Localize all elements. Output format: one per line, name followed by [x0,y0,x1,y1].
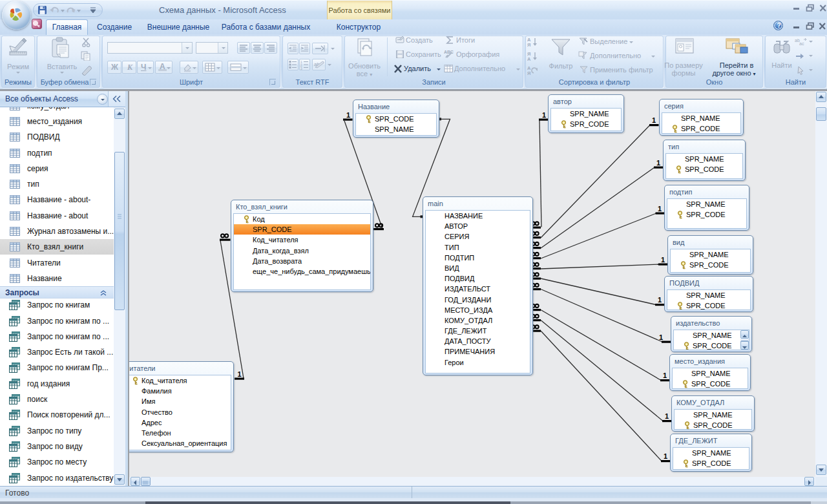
svg-text:1: 1 [661,256,665,264]
svg-text:Я: Я [527,42,530,47]
svg-text:АВС: АВС [444,50,454,54]
svg-text:1: 1 [656,159,660,167]
svg-text:1: 1 [652,116,656,124]
svg-text:1: 1 [658,296,662,304]
svg-text:1: 1 [665,412,669,420]
svg-text:1: 1 [663,372,667,379]
svg-text:3: 3 [300,67,302,70]
svg-text:ac: ac [799,41,804,46]
svg-text:1: 1 [658,205,662,213]
svg-text:А: А [527,56,531,61]
svg-text:1: 1 [664,452,667,460]
svg-text:1: 1 [542,111,546,119]
svg-text:Я: Я [527,70,530,76]
svg-text:1: 1 [238,370,242,378]
svg-text:1: 1 [346,111,350,119]
svg-text:1: 1 [659,333,663,341]
